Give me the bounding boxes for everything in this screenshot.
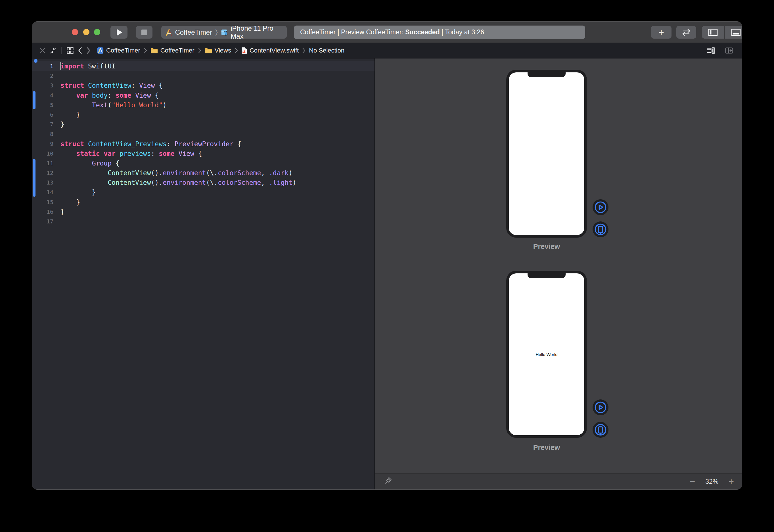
line-number: 2: [32, 71, 55, 81]
run-button[interactable]: [110, 26, 127, 39]
code-line-text: static var previews: some View {: [55, 149, 202, 158]
line-number: 12: [32, 168, 55, 178]
code-line[interactable]: 9struct ContentView_Previews: PreviewPro…: [32, 139, 375, 149]
canvas-bottom-bar: − 32% +: [375, 473, 742, 489]
code-line[interactable]: 2: [32, 71, 375, 81]
pin-preview-button[interactable]: [383, 477, 392, 486]
chevron-left-icon: [78, 47, 82, 54]
breadcrumb-label: Views: [215, 47, 231, 54]
code-line-text: ContentView().environment(\.colorScheme,…: [55, 168, 292, 178]
line-number: 6: [32, 110, 55, 120]
code-line[interactable]: 17: [32, 217, 375, 226]
line-number: 15: [32, 197, 55, 207]
go-back-button[interactable]: [78, 47, 82, 54]
breadcrumb-group-coffeetimer[interactable]: CoffeeTimer: [150, 47, 194, 54]
code-line[interactable]: 12 ContentView().environment(\.colorSche…: [32, 168, 375, 178]
editor-options-icon: [707, 47, 715, 54]
jumpbar-divider: [720, 47, 720, 54]
library-add-button[interactable]: +: [651, 26, 672, 39]
breadcrumb-group-views[interactable]: Views: [205, 47, 231, 54]
preview-screen-text: Hello World: [535, 352, 557, 357]
device-preview-frame: [506, 70, 587, 238]
line-number: 7: [32, 120, 55, 129]
minimize-editor-button[interactable]: [50, 47, 57, 54]
code-line[interactable]: 6 }: [32, 110, 375, 120]
plus-icon: +: [658, 27, 664, 38]
scheme-destination-label: iPhone 11 Pro Max: [231, 24, 283, 40]
line-number: 17: [32, 217, 55, 226]
line-number: 1: [32, 61, 55, 71]
preview-screen[interactable]: Hello World: [509, 273, 584, 435]
chevron-right-icon: [86, 47, 91, 54]
xcode-project-icon: [165, 28, 172, 36]
code-line[interactable]: 8: [32, 129, 375, 139]
source-control-change-dot: [34, 59, 37, 63]
scheme-project-label: CoffeeTimer: [175, 28, 212, 36]
zoom-in-button[interactable]: +: [729, 477, 734, 486]
preview-on-device-button[interactable]: [593, 221, 608, 237]
swift-file-icon: [241, 47, 247, 54]
related-items-grid-icon: [66, 47, 74, 54]
breadcrumb-label: No Selection: [309, 47, 344, 54]
breadcrumb-label: ContentView.swift: [250, 47, 299, 54]
code-line-text: [55, 71, 60, 81]
code-line[interactable]: 10 static var previews: some View {: [32, 149, 375, 158]
bottom-panel-icon: [731, 29, 741, 36]
zoom-percentage: 32%: [705, 478, 718, 485]
source-control-change-bar: [33, 91, 35, 109]
close-editor-button[interactable]: [39, 47, 46, 54]
jump-bar: CoffeeTimer CoffeeTimer Views: [32, 43, 742, 58]
code-line[interactable]: 7}: [32, 120, 375, 129]
code-line[interactable]: 1import SwiftUI: [32, 61, 375, 71]
code-line[interactable]: 4 var body: some View {: [32, 91, 375, 100]
simulator-destination-icon: [221, 28, 228, 36]
code-line-text: }: [55, 187, 96, 197]
breadcrumb-project[interactable]: CoffeeTimer: [97, 47, 140, 54]
preview-label: Preview: [506, 242, 587, 251]
line-number: 4: [32, 91, 55, 100]
minimize-window-button[interactable]: [83, 29, 89, 35]
scheme-separator: 〉: [215, 28, 218, 37]
code-line-text: var body: some View {: [55, 91, 159, 100]
close-window-button[interactable]: [72, 29, 78, 35]
live-preview-button[interactable]: [593, 399, 608, 415]
activity-status-view: CoffeeTimer | Preview CoffeeTimer: Succe…: [294, 26, 585, 39]
code-line[interactable]: 3struct ContentView: View {: [32, 81, 375, 90]
editor-options-button[interactable]: [707, 47, 715, 54]
play-circle-icon: [593, 199, 608, 215]
code-line[interactable]: 13 ContentView().environment(\.colorSche…: [32, 178, 375, 187]
scheme-selector[interactable]: CoffeeTimer 〉 iPhone 11 Pro Max: [161, 26, 287, 39]
add-editor-button[interactable]: [725, 47, 733, 54]
breadcrumb-separator-icon: [144, 47, 147, 54]
zoom-window-button[interactable]: [94, 29, 100, 35]
breadcrumb-file[interactable]: ContentView.swift: [241, 47, 299, 54]
breadcrumb-separator-icon: [302, 47, 306, 54]
source-editor[interactable]: 1import SwiftUI23struct ContentView: Vie…: [32, 58, 375, 489]
line-number: 8: [32, 129, 55, 139]
code-line-text: }: [55, 207, 64, 217]
code-line[interactable]: 14 }: [32, 187, 375, 197]
toggle-navigator-button[interactable]: [702, 26, 724, 39]
code-line-text: ContentView().environment(\.colorScheme,…: [55, 178, 296, 187]
line-number: 11: [32, 158, 55, 168]
related-items-button[interactable]: [66, 47, 74, 54]
code-line[interactable]: 15 }: [32, 197, 375, 207]
preview-screen[interactable]: [509, 72, 584, 235]
jumpbar-divider: [61, 47, 62, 54]
code-line[interactable]: 5 Text("Hello World"): [32, 100, 375, 110]
breadcrumb-selection[interactable]: No Selection: [309, 47, 344, 54]
live-preview-button[interactable]: [593, 199, 608, 215]
code-line[interactable]: 16}: [32, 207, 375, 217]
code-line-text: }: [55, 120, 64, 129]
zoom-out-button[interactable]: −: [690, 477, 695, 486]
workspace-panel-toggles: [702, 26, 742, 39]
version-editor-button[interactable]: [676, 26, 696, 39]
code-line[interactable]: 11 Group {: [32, 158, 375, 168]
go-forward-button[interactable]: [86, 47, 91, 54]
preview-on-device-button[interactable]: [593, 422, 608, 438]
stop-button[interactable]: [136, 26, 152, 39]
folder-icon: [205, 48, 212, 54]
code-line-text: struct ContentView_Previews: PreviewProv…: [55, 139, 241, 149]
xcode-window: CoffeeTimer 〉 iPhone 11 Pro Max CoffeeTi…: [32, 21, 742, 490]
toggle-debug-area-button[interactable]: [725, 26, 742, 39]
